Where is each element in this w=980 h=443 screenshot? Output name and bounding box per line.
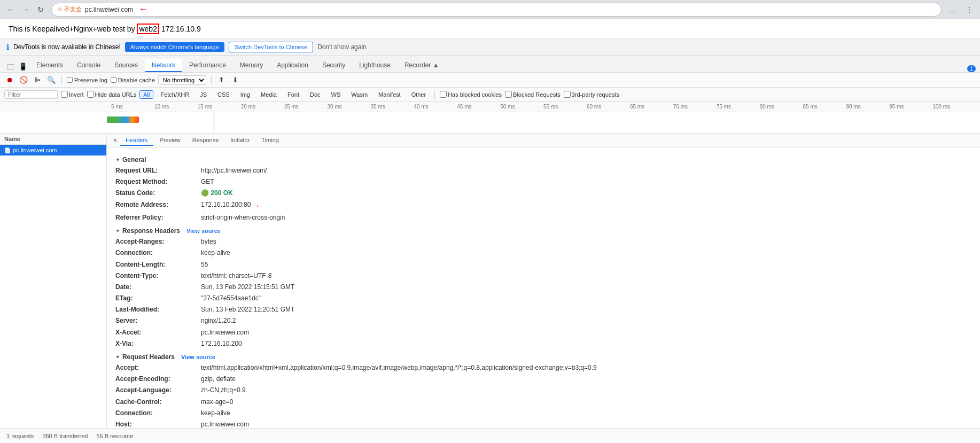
date-row: Date: Sun, 13 Feb 2022 15:15:51 GMT [115, 282, 971, 292]
sub-tab-timing[interactable]: Timing [256, 135, 284, 146]
record-button[interactable]: ⏺ [4, 75, 15, 86]
tick-70ms: 70 ms [673, 104, 717, 110]
accept-encoding-row: Accept-Encoding: gzip, deflate [115, 374, 971, 384]
security-warning: ⚠ 不安全 [57, 5, 82, 13]
request-headers-section[interactable]: Request Headers View source [115, 353, 971, 361]
filter-wasm[interactable]: Wasm [347, 90, 371, 99]
filter-input[interactable] [4, 90, 58, 99]
filter-js[interactable]: JS [196, 90, 211, 99]
cache-control-key: Cache-Control: [115, 397, 201, 407]
device-icon[interactable]: 📱 [17, 60, 29, 72]
preserve-log-checkbox[interactable]: Preserve log [67, 77, 107, 83]
tab-security[interactable]: Security [316, 59, 352, 72]
accept-language-key: Accept-Language: [115, 385, 201, 395]
import-button[interactable]: ⬆ [216, 75, 227, 86]
forward-button[interactable]: → [19, 3, 32, 16]
accept-language-val: zh-CN,zh;q=0.9 [201, 385, 246, 395]
tab-console[interactable]: Console [71, 59, 107, 72]
x-via-val: 172.16.10.200 [201, 339, 242, 349]
sub-tab-close[interactable]: × [111, 137, 119, 144]
status-bar: 1 requests 360 B transferred 55 B resour… [0, 428, 980, 443]
invert-checkbox[interactable]: Invert [61, 91, 84, 98]
disable-cache-checkbox[interactable]: Disable cache [111, 77, 155, 83]
disable-cache-input[interactable] [111, 77, 116, 83]
filter-bar: Invert Hide data URLs All Fetch/XHR JS C… [0, 88, 980, 102]
filter-all[interactable]: All [139, 90, 153, 99]
connection-key: Connection: [115, 248, 201, 258]
has-blocked-cookies-checkbox[interactable]: Has blocked cookies [440, 91, 502, 98]
blocked-requests-checkbox[interactable]: Blocked Requests [505, 91, 561, 98]
has-blocked-input[interactable] [440, 91, 447, 98]
request-method-key: Request Method: [115, 177, 201, 187]
sub-tab-headers[interactable]: Headers [120, 135, 153, 146]
filter-font[interactable]: Font [284, 90, 303, 99]
etag-key: ETag: [115, 293, 201, 304]
tab-performance[interactable]: Performance [183, 59, 232, 72]
search-button[interactable]: 🔍 [46, 75, 57, 86]
tick-35ms: 35 ms [370, 104, 414, 110]
inspect-icon[interactable]: ⬚ [4, 60, 16, 72]
filter-fetch-xhr[interactable]: Fetch/XHR [157, 90, 193, 99]
filter-ws[interactable]: WS [328, 90, 345, 99]
tick-25ms: 25 ms [284, 104, 328, 110]
timeline: 5 ms 10 ms 15 ms 20 ms 25 ms 30 ms 35 ms… [0, 102, 980, 134]
etag-row: ETag: "37-5d7e554aae1dc" [115, 293, 971, 304]
clear-button[interactable]: 🚫 [18, 75, 29, 86]
request-item[interactable]: 📄 pc.linweiwei.com [0, 145, 106, 156]
host-key: Host: [115, 419, 201, 428]
red-arrow-icon: ← [138, 4, 148, 15]
separator1 [61, 76, 62, 84]
sub-tab-response[interactable]: Response [187, 135, 224, 146]
menu-button[interactable]: ⋮ [963, 3, 976, 16]
response-view-source[interactable]: View source [186, 228, 221, 234]
tab-memory[interactable]: Memory [234, 59, 269, 72]
referrer-policy-val: strict-origin-when-cross-origin [201, 213, 285, 223]
reload-button[interactable]: ↻ [34, 3, 47, 16]
throttle-select[interactable]: No throttling [158, 75, 206, 85]
preserve-log-input[interactable] [67, 77, 73, 83]
back-button[interactable]: ← [4, 3, 17, 16]
resource-size: 55 B resource [96, 433, 133, 439]
request-view-source[interactable]: View source [181, 354, 215, 360]
new-tab-button[interactable]: ⬜ [946, 3, 959, 16]
host-row: Host: pc.linweiwei.com [115, 419, 971, 428]
tab-elements[interactable]: Elements [30, 59, 69, 72]
filter-other[interactable]: Other [408, 90, 430, 99]
x-via-row: X-Via: 172.16.10.200 [115, 339, 971, 349]
filter-toggle[interactable]: ⊫ [32, 75, 43, 86]
hide-data-urls-input[interactable] [87, 91, 94, 98]
hide-data-urls-checkbox[interactable]: Hide data URLs [87, 91, 137, 98]
server-val: nginx/1.20.2 [201, 316, 236, 326]
x-via-key: X-Via: [115, 339, 201, 349]
response-headers-section[interactable]: Response Headers View source [115, 227, 971, 235]
tick-40ms: 40 ms [414, 104, 457, 110]
dont-show-link[interactable]: Don't show again [317, 43, 367, 51]
request-method-val: GET [201, 177, 214, 187]
tab-network[interactable]: Network [145, 59, 182, 72]
sub-tab-initiator[interactable]: Initiator [225, 135, 255, 146]
filter-doc[interactable]: Doc [306, 90, 324, 99]
switch-devtools-button[interactable]: Switch DevTools to Chinese [229, 42, 313, 52]
third-party-checkbox[interactable]: 3rd-party requests [564, 91, 619, 98]
request-url-val: http://pc.linweiwei.com/ [201, 166, 267, 176]
always-match-button[interactable]: Always match Chrome's language [125, 42, 224, 52]
status-code-row: Status Code: 🟢 200 OK [115, 188, 971, 198]
filter-manifest[interactable]: Manifest [375, 90, 405, 99]
sub-tab-preview[interactable]: Preview [154, 135, 186, 146]
tab-lighthouse[interactable]: Lighthouse [353, 59, 397, 72]
tab-recorder[interactable]: Recorder ▲ [398, 59, 446, 72]
info-icon: ℹ [6, 43, 9, 51]
blocked-requests-input[interactable] [505, 91, 512, 98]
third-party-input[interactable] [564, 91, 571, 98]
tab-sources[interactable]: Sources [108, 59, 144, 72]
tab-application[interactable]: Application [270, 59, 315, 72]
export-button[interactable]: ⬇ [230, 75, 241, 86]
req-connection-val: keep-alive [201, 408, 230, 418]
address-bar[interactable]: ⚠ 不安全 pc.linweiwei.com ← [51, 3, 942, 17]
filter-css[interactable]: CSS [214, 90, 234, 99]
general-section-header[interactable]: General [115, 156, 971, 164]
tick-75ms: 75 ms [717, 104, 760, 110]
filter-img[interactable]: Img [237, 90, 254, 99]
filter-media[interactable]: Media [257, 90, 281, 99]
invert-input[interactable] [61, 91, 68, 98]
